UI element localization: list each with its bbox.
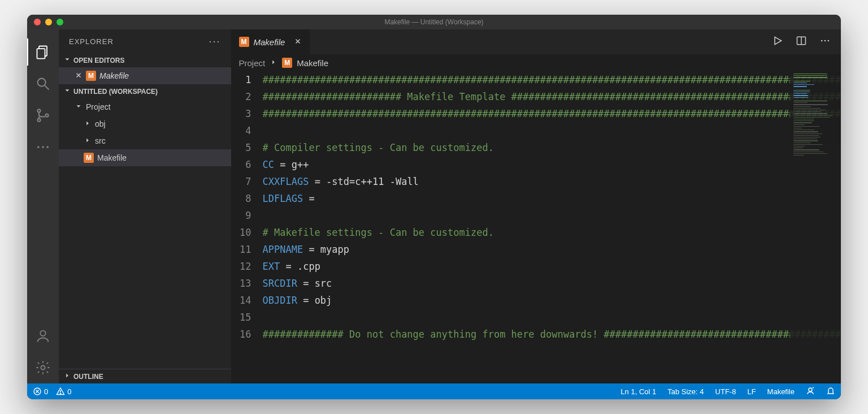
split-editor-icon[interactable]: [796, 35, 807, 49]
tab-bar: M Makefile: [231, 29, 841, 54]
code-content[interactable]: ########################################…: [263, 71, 841, 383]
code-line[interactable]: LDFLAGS =: [263, 190, 841, 207]
close-icon[interactable]: [294, 37, 302, 47]
code-editor[interactable]: 12345678910111213141516 ################…: [231, 71, 841, 383]
explorer-sidebar: EXPLORER ··· OPEN EDITORS M Makefile: [59, 29, 231, 383]
eol[interactable]: LF: [747, 387, 756, 396]
chevron-down-icon: [63, 87, 71, 96]
search-icon[interactable]: [27, 68, 59, 100]
title-bar[interactable]: Makefile — Untitled (Workspace): [27, 15, 841, 29]
code-line[interactable]: CC = g++: [263, 156, 841, 173]
code-line[interactable]: [263, 122, 841, 139]
errors-status[interactable]: 0: [33, 387, 48, 396]
code-line[interactable]: SRCDIR = src: [263, 275, 841, 292]
svg-point-7: [37, 146, 40, 148]
code-line[interactable]: # Makefile settings - Can be customized.: [263, 224, 841, 241]
errors-count: 0: [44, 387, 48, 396]
sidebar-title: EXPLORER: [69, 37, 114, 46]
line-numbers: 12345678910111213141516: [231, 71, 263, 383]
tree-label: src: [95, 136, 106, 145]
open-editor-file-label: Makefile: [99, 71, 129, 80]
tree-folder-src[interactable]: src: [59, 132, 231, 149]
outline-section[interactable]: OUTLINE: [59, 369, 231, 383]
chevron-down-icon: [63, 55, 71, 65]
app-window: Makefile — Untitled (Workspace): [27, 15, 841, 399]
notifications-icon[interactable]: [826, 386, 835, 397]
editor-area: M Makefile Project M Makefile: [231, 29, 841, 383]
svg-point-11: [41, 366, 45, 370]
code-line[interactable]: ########################################…: [263, 71, 841, 88]
svg-point-18: [821, 40, 823, 42]
breadcrumb-file[interactable]: Makefile: [297, 58, 328, 68]
explorer-icon[interactable]: [27, 36, 59, 68]
code-line[interactable]: ######################## Makefile Templa…: [263, 88, 841, 105]
svg-point-25: [60, 393, 61, 394]
code-line[interactable]: APPNAME = myapp: [263, 241, 841, 258]
svg-point-19: [824, 40, 826, 42]
cursor-position[interactable]: Ln 1, Col 1: [620, 387, 656, 396]
svg-point-26: [809, 388, 812, 391]
window-title: Makefile — Untitled (Workspace): [27, 18, 841, 26]
svg-point-5: [37, 119, 40, 122]
makefile-file-icon: M: [239, 37, 249, 47]
svg-line-3: [45, 86, 49, 90]
settings-gear-icon[interactable]: [27, 352, 59, 383]
breadcrumb-project[interactable]: Project: [239, 58, 266, 68]
close-icon[interactable]: [75, 71, 83, 81]
tree-file-makefile[interactable]: M Makefile: [59, 149, 231, 166]
code-line[interactable]: CXXFLAGS = -std=c++11 -Wall: [263, 173, 841, 190]
workspace-label: UNTITLED (WORKSPACE): [73, 88, 158, 96]
language-mode[interactable]: Makefile: [767, 387, 795, 396]
open-editor-item[interactable]: M Makefile: [59, 67, 231, 84]
code-line[interactable]: [263, 309, 841, 326]
tree-folder-obj[interactable]: obj: [59, 115, 231, 132]
tree-label: Makefile: [97, 153, 127, 162]
open-editors-section[interactable]: OPEN EDITORS: [59, 53, 231, 67]
more-icon[interactable]: [27, 131, 59, 163]
status-bar: 0 0 Ln 1, Col 1 Tab Size: 4 UTF-8 LF Mak…: [27, 383, 841, 399]
svg-rect-1: [37, 49, 45, 59]
svg-point-8: [42, 146, 44, 148]
svg-point-6: [45, 114, 48, 117]
makefile-file-icon: M: [86, 71, 96, 81]
svg-point-10: [40, 331, 45, 336]
makefile-file-icon: M: [282, 58, 292, 68]
tree-label: obj: [95, 119, 106, 128]
more-icon[interactable]: [819, 35, 831, 49]
tab-size[interactable]: Tab Size: 4: [667, 387, 704, 396]
chevron-right-icon: [270, 58, 277, 68]
code-line[interactable]: OBJDIR = obj: [263, 292, 841, 309]
tree-folder-project[interactable]: Project: [59, 98, 231, 115]
tab-makefile[interactable]: M Makefile: [231, 29, 311, 54]
svg-point-4: [37, 109, 40, 112]
outline-label: OUTLINE: [73, 373, 103, 381]
chevron-right-icon: [84, 119, 92, 129]
tree-label: Project: [86, 102, 111, 111]
open-editors-label: OPEN EDITORS: [73, 57, 124, 64]
sidebar-more-icon[interactable]: ···: [209, 36, 220, 48]
code-line[interactable]: ########################################…: [263, 105, 841, 122]
activity-bar: [27, 29, 59, 383]
code-line[interactable]: ############## Do not change anything fr…: [263, 326, 841, 343]
warnings-status[interactable]: 0: [56, 387, 71, 396]
breadcrumb[interactable]: Project M Makefile: [231, 54, 841, 71]
warnings-count: 0: [67, 387, 71, 396]
chevron-right-icon: [63, 372, 71, 381]
encoding[interactable]: UTF-8: [715, 387, 736, 396]
svg-point-20: [828, 40, 830, 42]
accounts-icon[interactable]: [27, 320, 59, 352]
code-line[interactable]: # Compiler settings - Can be customized.: [263, 139, 841, 156]
chevron-down-icon: [75, 102, 83, 112]
minimap[interactable]: [790, 71, 841, 383]
workspace-section[interactable]: UNTITLED (WORKSPACE): [59, 84, 231, 98]
code-line[interactable]: [263, 207, 841, 224]
chevron-right-icon: [84, 136, 92, 146]
run-icon[interactable]: [772, 35, 783, 49]
feedback-icon[interactable]: [806, 386, 815, 397]
makefile-file-icon: M: [84, 153, 94, 163]
svg-point-9: [46, 146, 49, 148]
svg-point-2: [38, 79, 46, 87]
source-control-icon[interactable]: [27, 100, 59, 131]
code-line[interactable]: EXT = .cpp: [263, 258, 841, 275]
tab-label: Makefile: [254, 37, 285, 47]
